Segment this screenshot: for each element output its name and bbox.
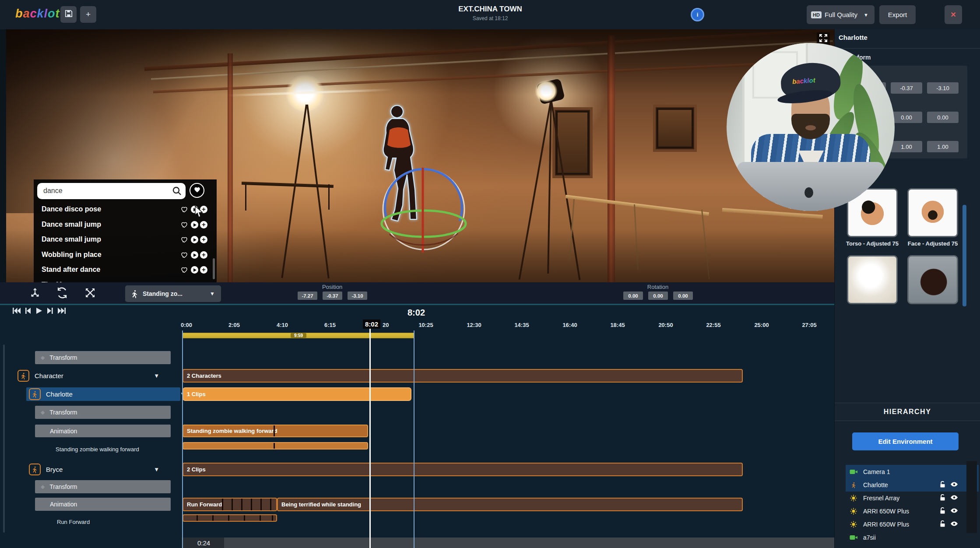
search-result-row[interactable]: Dance small jump + [34,218,217,232]
animation-dropdown[interactable]: Standing zo... ▼ [125,285,221,302]
eye-icon[interactable] [950,494,958,502]
rotation-z-value[interactable]: 0.00 [673,292,693,300]
clip-standing-zombie-sub[interactable] [183,442,368,450]
webcam-overlay[interactable]: backlot [727,43,895,211]
favorites-button[interactable] [190,183,204,198]
hierarchy-item-charlotte[interactable]: Charlotte [846,478,979,492]
rotation-x-value[interactable]: 0.00 [623,292,643,300]
rotation-y-value[interactable]: 0.00 [648,292,668,300]
track-transform[interactable]: ◆Transform [35,480,171,493]
search-result-row[interactable]: Wobbling in place + [34,248,217,263]
heart-add-icon[interactable] [181,252,188,260]
collapse-arrow-icon[interactable]: ▼ [154,372,159,379]
scale-tool-button[interactable] [83,287,97,301]
position-x-value[interactable]: -7.27 [298,292,317,300]
eye-icon[interactable] [950,481,958,489]
track-animation[interactable]: Animation [35,425,171,437]
quality-dropdown[interactable]: HD Full Quality ▼ [807,5,875,24]
search-result-row[interactable]: Dance small jump + [34,232,217,247]
add-button[interactable]: + [80,6,96,23]
track-animation[interactable]: Animation [35,498,171,511]
clip-1-clips[interactable]: 1 Clips [183,387,411,401]
clip-marker [260,498,262,511]
track-charlotte-selected[interactable]: Charlotte ▼ [26,387,180,401]
position-y-value[interactable]: -0.37 [323,292,342,300]
hierarchy-item-arri-650w-1[interactable]: ARRI 650W Plus [846,505,979,518]
translate-tool-button[interactable] [28,287,42,301]
track-transform[interactable]: ◆Transform [35,351,171,364]
transform-scale-z[interactable]: 1.00 [927,141,959,152]
add-animation-icon[interactable]: + [200,266,207,274]
clip-2-characters[interactable]: 2 Characters [183,369,743,383]
thumbnail-sphere-dark[interactable] [907,255,958,304]
clip-being-terrified[interactable]: Being terrified while standing [277,498,743,511]
eye-icon[interactable] [950,507,958,515]
lock-open-icon[interactable] [939,494,946,503]
thumbnail-label: Torso - Adjusted 75 [842,240,903,247]
lock-open-icon[interactable] [939,520,946,529]
heart-add-icon[interactable] [181,221,188,230]
eye-icon[interactable] [950,520,958,528]
hierarchy-item-a7sii[interactable]: a7sii [846,531,979,544]
rotate-tool-button[interactable] [55,287,69,301]
heart-add-icon[interactable] [181,267,188,275]
play-preview-icon[interactable] [191,266,198,274]
search-result-row-clipped[interactable]: The M [34,278,217,282]
transform-rotation-y[interactable]: 0.00 [891,112,922,123]
play-button[interactable] [36,307,46,314]
playhead-time-badge[interactable]: 8:02 [363,320,380,329]
animation-clip-name[interactable]: Standing zombie walking forward [56,446,139,453]
play-preview-icon[interactable] [191,236,198,243]
edit-environment-button[interactable]: Edit Environment [852,432,959,450]
add-animation-icon[interactable]: + [200,221,207,228]
heart-add-icon[interactable] [181,236,188,245]
thumbnail-face[interactable] [907,188,958,237]
clip-2-clips[interactable]: 2 Clips [183,463,743,476]
lock-open-icon[interactable] [939,507,946,516]
clip-run-forward-sub[interactable] [183,514,277,522]
search-input[interactable]: dance [37,183,186,199]
track-transform[interactable]: ◆Transform [35,406,171,419]
animation-clip-name[interactable]: Run Forward [57,519,90,525]
clip-standing-zombie[interactable]: Standing zombie walking forward [183,425,368,437]
thumbnail-sphere-light[interactable] [847,255,898,304]
transform-rotation-z[interactable]: 0.00 [927,112,959,123]
panel-scrollbar[interactable] [962,205,966,306]
search-result-row[interactable]: Dance disco pose + [34,202,217,217]
collapse-arrow-icon[interactable]: ▼ [154,466,159,473]
skip-to-end-button[interactable] [57,307,67,314]
work-area-end-line[interactable] [414,330,414,548]
add-animation-icon[interactable]: + [200,251,207,259]
add-animation-icon[interactable]: + [200,236,207,243]
transform-scale-y[interactable]: 1.00 [891,141,922,152]
track-bryce[interactable]: Bryce ▼ [0,463,180,476]
work-area-start-line[interactable] [182,330,183,548]
close-button[interactable]: ✕ [945,5,962,24]
rotation-gizmo[interactable] [376,164,473,256]
next-frame-button[interactable] [47,307,56,314]
skip-to-start-button[interactable] [12,307,22,314]
track-character-group[interactable]: Character ▼ [0,369,180,383]
lock-open-icon[interactable] [939,481,946,490]
work-range-bar[interactable]: 9:59 [183,333,414,338]
play-preview-icon[interactable] [191,221,198,228]
play-preview-icon[interactable] [191,251,198,259]
hierarchy-item-camera1[interactable]: Camera 1 [846,465,979,478]
heart-add-icon[interactable] [181,206,188,214]
hierarchy-scrollbar[interactable] [966,461,977,533]
transform-position-y[interactable]: -0.37 [891,82,922,94]
transform-position-z[interactable]: -3.10 [927,82,959,94]
position-z-value[interactable]: -3.10 [348,292,367,300]
clip-run-forward[interactable]: Run Forward [183,498,277,511]
hierarchy-item-arri-650w-2[interactable]: ARRI 650W Plus [846,518,979,531]
save-button[interactable] [60,6,77,23]
info-icon[interactable]: i [691,8,704,21]
timeline-horizontal-scrollbar[interactable] [224,537,834,548]
search-result-row[interactable]: Stand after dance + [34,263,217,278]
playhead[interactable] [369,329,371,548]
previous-frame-button[interactable] [24,307,34,314]
viewport-3d[interactable]: dance Dance disco pose + Dance small jum… [0,29,834,282]
hierarchy-item-fresnel-array[interactable]: Fresnel Array [846,492,979,505]
search-scrollbar[interactable] [213,258,215,279]
export-button[interactable]: Export [879,5,916,24]
